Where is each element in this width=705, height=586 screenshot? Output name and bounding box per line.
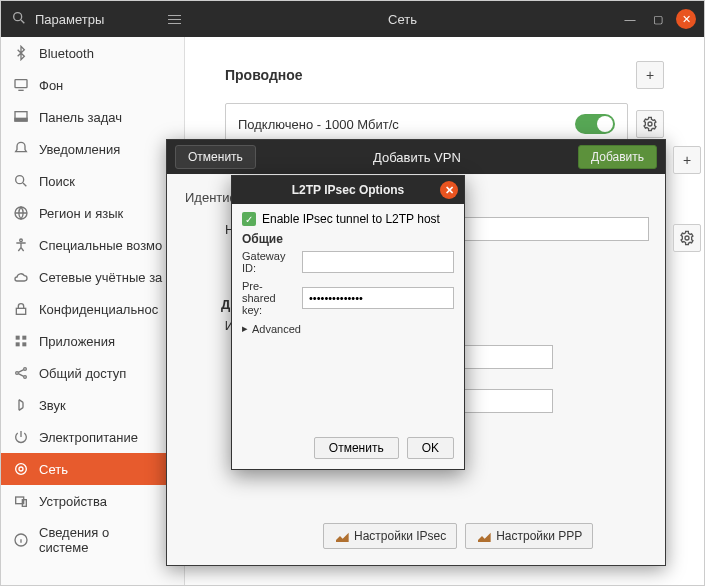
ipsec-options-dialog: L2TP IPsec Options ✕ ✓ Enable IPsec tunn… xyxy=(231,175,465,470)
close-button[interactable]: ✕ xyxy=(676,9,696,29)
devices-icon xyxy=(13,493,29,509)
sidebar-item-3[interactable]: Уведомления xyxy=(1,133,184,165)
bluetooth-icon xyxy=(13,45,29,61)
wired-settings-button[interactable] xyxy=(636,110,664,138)
sidebar-item-6[interactable]: Специальные возмо xyxy=(1,229,184,261)
sidebar-item-label: Поиск xyxy=(39,174,75,189)
main-titlebar: Параметры Сеть — ▢ ✕ xyxy=(1,1,704,37)
svg-rect-10 xyxy=(16,308,25,314)
vpn-settings-button[interactable] xyxy=(673,224,701,252)
svg-point-17 xyxy=(24,376,27,379)
sidebar-item-label: Звук xyxy=(39,398,66,413)
sidebar-item-11[interactable]: Звук xyxy=(1,389,184,421)
maximize-button[interactable]: ▢ xyxy=(648,9,668,29)
bell-icon xyxy=(13,141,29,157)
power-icon xyxy=(13,429,29,445)
wired-section-title: Проводное xyxy=(225,67,303,83)
sidebar-item-label: Конфиденциальнос xyxy=(39,302,158,317)
sidebar-item-12[interactable]: Электропитание xyxy=(1,421,184,453)
sound-icon xyxy=(13,397,29,413)
sidebar-item-8[interactable]: Конфиденциальнос xyxy=(1,293,184,325)
sidebar-item-1[interactable]: Фон xyxy=(1,69,184,101)
sidebar-item-label: Специальные возмо xyxy=(39,238,162,253)
ipsec-general-head: Общие xyxy=(242,232,454,246)
sidebar-item-label: Bluetooth xyxy=(39,46,94,61)
sidebar-item-4[interactable]: Поиск xyxy=(1,165,184,197)
sidebar-item-label: Панель задач xyxy=(39,110,122,125)
wired-toggle[interactable] xyxy=(575,114,615,134)
svg-point-18 xyxy=(19,467,23,471)
ppp-settings-button[interactable]: Настройки PPP xyxy=(465,523,593,549)
gateway-id-label: Gateway ID: xyxy=(242,250,296,274)
enable-ipsec-label: Enable IPsec tunnel to L2TP host xyxy=(262,212,440,226)
info-icon xyxy=(13,532,29,548)
sidebar-item-15[interactable]: Сведения о системе› xyxy=(1,517,184,563)
enable-ipsec-checkbox[interactable]: ✓ xyxy=(242,212,256,226)
gateway-id-input[interactable] xyxy=(302,251,454,273)
svg-point-0 xyxy=(14,12,22,20)
sidebar-item-label: Устройства xyxy=(39,494,107,509)
ipsec-close-button[interactable]: ✕ xyxy=(440,181,458,199)
svg-rect-5 xyxy=(15,118,27,121)
sidebar-item-13[interactable]: Сеть xyxy=(1,453,184,485)
svg-rect-13 xyxy=(16,342,20,346)
add-vpn-button[interactable]: + xyxy=(673,146,701,174)
svg-rect-11 xyxy=(16,336,20,340)
ipsec-cancel-button[interactable]: Отменить xyxy=(314,437,399,459)
svg-rect-12 xyxy=(22,336,26,340)
advanced-expander[interactable]: ▸ Advanced xyxy=(242,322,454,335)
svg-point-26 xyxy=(685,236,689,240)
vpn-add-button[interactable]: Добавить xyxy=(578,145,657,169)
sidebar-item-2[interactable]: Панель задач xyxy=(1,101,184,133)
sidebar-item-7[interactable]: Сетевые учётные за xyxy=(1,261,184,293)
svg-line-1 xyxy=(21,20,24,23)
add-wired-button[interactable]: + xyxy=(636,61,664,89)
svg-line-7 xyxy=(23,183,26,186)
sidebar-item-10[interactable]: Общий доступ xyxy=(1,357,184,389)
apps-icon xyxy=(13,333,29,349)
svg-rect-2 xyxy=(15,80,27,88)
vpn-dialog-title: Добавить VPN xyxy=(264,150,570,165)
search-icon xyxy=(13,173,29,189)
sidebar-item-14[interactable]: Устройства› xyxy=(1,485,184,517)
sidebar-item-label: Общий доступ xyxy=(39,366,126,381)
ipsec-settings-button[interactable]: Настройки IPsec xyxy=(323,523,457,549)
search-icon[interactable] xyxy=(11,10,27,29)
minimize-button[interactable]: — xyxy=(620,9,640,29)
vpn-cancel-button[interactable]: Отменить xyxy=(175,145,256,169)
network-icon xyxy=(13,461,29,477)
menu-icon[interactable] xyxy=(163,8,185,30)
psk-input[interactable] xyxy=(302,287,454,309)
psk-label: Pre-shared key: xyxy=(242,280,296,316)
ipsec-dialog-title: L2TP IPsec Options xyxy=(292,183,404,197)
svg-rect-14 xyxy=(22,342,26,346)
sidebar-item-label: Сеть xyxy=(39,462,68,477)
connection-status-label: Подключено - 1000 Мбит/с xyxy=(238,117,399,132)
page-title: Сеть xyxy=(185,12,620,27)
svg-point-9 xyxy=(20,239,23,242)
sidebar-item-0[interactable]: Bluetooth xyxy=(1,37,184,69)
sidebar-item-label: Сведения о системе xyxy=(39,525,158,555)
sidebar-item-label: Регион и язык xyxy=(39,206,123,221)
lock-icon xyxy=(13,301,29,317)
sidebar-item-5[interactable]: Регион и язык xyxy=(1,197,184,229)
svg-point-15 xyxy=(16,372,19,375)
sidebar-item-label: Уведомления xyxy=(39,142,120,157)
dock-icon xyxy=(13,109,29,125)
sidebar-item-label: Приложения xyxy=(39,334,115,349)
svg-point-19 xyxy=(16,464,27,475)
sidebar-item-label: Электропитание xyxy=(39,430,138,445)
accessibility-icon xyxy=(13,237,29,253)
sidebar-item-9[interactable]: Приложения xyxy=(1,325,184,357)
ipsec-ok-button[interactable]: OK xyxy=(407,437,454,459)
sidebar-item-label: Фон xyxy=(39,78,63,93)
settings-sidebar: BluetoothФонПанель задачУведомленияПоиск… xyxy=(1,37,185,586)
display-icon xyxy=(13,77,29,93)
globe-icon xyxy=(13,205,29,221)
svg-point-16 xyxy=(24,368,27,371)
svg-point-25 xyxy=(648,122,652,126)
share-icon xyxy=(13,365,29,381)
settings-title: Параметры xyxy=(35,12,104,27)
sidebar-item-label: Сетевые учётные за xyxy=(39,270,162,285)
chevron-right-icon: ▸ xyxy=(242,322,248,335)
